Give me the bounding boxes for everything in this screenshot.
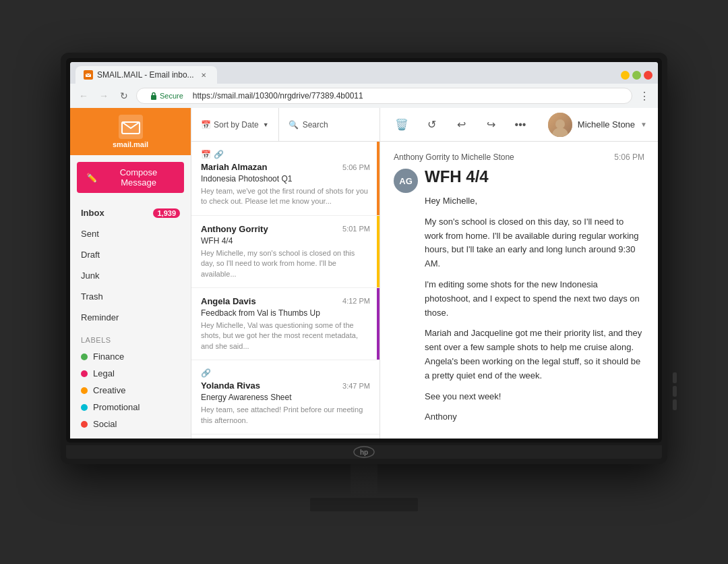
browser-tab[interactable]: SMAIL.MAIL - Email inbo... ✕: [75, 66, 217, 84]
monitor-button-2[interactable]: [673, 386, 677, 397]
email-time-4: 3:47 PM: [342, 382, 370, 390]
labels-section: Labels Finance Legal Creat: [70, 331, 191, 435]
sidebar-item-draft[interactable]: Draft: [70, 244, 191, 265]
email-preview-2: Hey Michelle, my son's school is closed …: [201, 248, 370, 279]
email-list: 📅 🔗 Mariah Almazan 5:06 PM Indonesia Pho…: [191, 142, 380, 439]
creative-dot: [81, 387, 88, 394]
forward-button-toolbar[interactable]: ↪: [480, 114, 502, 136]
undo-button[interactable]: ↺: [421, 114, 442, 136]
thread-sender-avatar: AG: [394, 169, 418, 193]
reader-toolbar: 🗑️ ↺ ↩ ↪ ••• Michelle Stone: [380, 108, 658, 142]
email-subject-2: WFH 4/4: [201, 236, 370, 246]
sidebar-item-junk[interactable]: Junk: [70, 265, 191, 286]
email-subject-3: Feedback from Val is Thumbs Up: [201, 308, 370, 318]
reply-button[interactable]: ↩: [450, 114, 472, 136]
app-logo-icon: [119, 115, 143, 139]
email-list-panel: 📅 Sort by Date ▼ 🔍 Search: [191, 108, 380, 439]
window-close-button[interactable]: [644, 71, 653, 80]
monitor-button-3[interactable]: [673, 399, 677, 410]
email-item-4[interactable]: 🔗 Yolanda Rivas 3:47 PM Energy Awareness…: [191, 360, 380, 434]
address-bar[interactable]: Secure https://smail.mail/10300/nrgdrive…: [136, 88, 632, 104]
label-promotional[interactable]: Promotional: [81, 399, 180, 416]
calendar-icon: 📅: [201, 120, 211, 130]
sidebar-item-reminder[interactable]: Reminder: [70, 307, 191, 328]
labels-title: Labels: [81, 336, 180, 344]
user-profile[interactable]: Michelle Stone ▼: [548, 113, 647, 137]
sidebar-header: smail.mail: [70, 108, 191, 155]
sidebar-item-trash[interactable]: Trash: [70, 286, 191, 307]
social-dot: [81, 421, 88, 428]
promotional-dot: [81, 404, 88, 411]
email-thread: Anthony Gorrity to Michelle Stone 5:06 P…: [380, 142, 658, 439]
monitor-brand: hp: [66, 445, 662, 459]
inbox-badge: 1,939: [153, 208, 180, 218]
app-logo-text: smail.mail: [113, 140, 148, 148]
compose-button[interactable]: ✏️ Compose Message: [77, 162, 184, 193]
monitor-stand: [310, 464, 418, 511]
tab-close-button[interactable]: ✕: [198, 69, 209, 80]
email-sender-4: Yolanda Rivas: [201, 380, 260, 391]
thread-email-body: Hey Michelle, My son's school is closed …: [425, 194, 644, 424]
label-social[interactable]: Social: [81, 416, 180, 432]
back-button[interactable]: ←: [75, 88, 92, 104]
label-creative[interactable]: Creative: [81, 382, 180, 399]
email-time-1: 5:06 PM: [342, 163, 370, 171]
more-options-button[interactable]: •••: [510, 114, 531, 136]
avatar-image: [548, 113, 572, 137]
monitor-button-1[interactable]: [673, 372, 677, 383]
sidebar: smail.mail ✏️ Compose Message Inbox 1,93…: [70, 108, 191, 439]
sidebar-item-inbox[interactable]: Inbox 1,939: [70, 202, 191, 223]
email-sender-1: Mariah Almazan: [201, 162, 268, 172]
search-button[interactable]: 🔍 Search: [279, 108, 380, 141]
compose-icon: ✏️: [86, 173, 97, 183]
svg-rect-2: [151, 95, 156, 100]
priority-bar-2: [377, 216, 380, 287]
thread-sender-meta: Anthony Gorrity to Michelle Stone: [394, 152, 514, 162]
forward-button[interactable]: →: [96, 88, 112, 104]
thread-email-primary: Anthony Gorrity to Michelle Stone 5:06 P…: [394, 152, 644, 431]
email-sender-3: Angela Davis: [201, 296, 256, 306]
toolbar-separator: [539, 117, 540, 133]
email-item-3[interactable]: Angela Davis 4:12 PM Feedback from Val i…: [191, 288, 380, 360]
priority-bar-1: [377, 142, 380, 215]
email-reader: 🗑️ ↺ ↩ ↪ ••• Michelle Stone: [380, 108, 658, 439]
email-subject-1: Indonesia Photoshoot Q1: [201, 174, 370, 184]
email-item-2[interactable]: Anthony Gorrity 5:01 PM WFH 4/4 Hey Mich…: [191, 216, 380, 288]
browser-menu-button[interactable]: ⋮: [636, 88, 653, 104]
delete-button[interactable]: 🗑️: [391, 114, 413, 136]
finance-dot: [81, 354, 88, 360]
email-item-1[interactable]: 📅 🔗 Mariah Almazan 5:06 PM Indonesia Pho…: [191, 142, 380, 216]
email-time-2: 5:01 PM: [342, 225, 370, 233]
thread-email-header: Anthony Gorrity to Michelle Stone 5:06 P…: [394, 152, 644, 162]
label-legal[interactable]: Legal: [81, 365, 180, 382]
email-time-3: 4:12 PM: [342, 297, 370, 305]
sidebar-item-sent[interactable]: Sent: [70, 223, 191, 244]
thread-email-time: 5:06 PM: [614, 152, 644, 162]
tab-title: SMAIL.MAIL - Email inbo...: [97, 70, 194, 80]
window-restore-button[interactable]: [632, 71, 641, 80]
url-display: https://smail.mail/10300/nrgdrive/77389.…: [193, 91, 363, 101]
email-preview-4: Hey team, see attached! Print before our…: [201, 405, 370, 426]
tab-favicon: [84, 70, 93, 80]
legal-dot: [81, 370, 88, 377]
reload-button[interactable]: ↻: [116, 88, 132, 104]
thread-subject-heading: WFH 4/4: [425, 167, 644, 186]
email-preview-1: Hey team, we've got the first round of s…: [201, 186, 370, 207]
label-finance[interactable]: Finance: [81, 348, 180, 365]
link-icon: 🔗: [214, 150, 224, 159]
email-list-toolbar: 📅 Sort by Date ▼ 🔍 Search: [191, 108, 380, 142]
email-sender-2: Anthony Gorrity: [201, 224, 268, 234]
email-preview-3: Hey Michelle, Val was questioning some o…: [201, 320, 370, 351]
link-icon-2: 🔗: [201, 368, 211, 378]
nav-items: Inbox 1,939 Sent Draft Junk: [70, 200, 191, 331]
svg-text:hp: hp: [360, 449, 368, 456]
user-name-display: Michelle Stone: [578, 119, 635, 130]
email-subject-4: Energy Awareness Sheet: [201, 393, 370, 402]
sort-by-date-button[interactable]: 📅 Sort by Date ▼: [191, 108, 279, 141]
security-indicator: Secure: [145, 92, 189, 100]
avatar: [548, 113, 572, 137]
sort-chevron-icon: ▼: [263, 121, 269, 128]
window-minimize-button[interactable]: [621, 71, 630, 80]
search-icon: 🔍: [289, 120, 299, 130]
priority-bar-3: [377, 288, 380, 360]
